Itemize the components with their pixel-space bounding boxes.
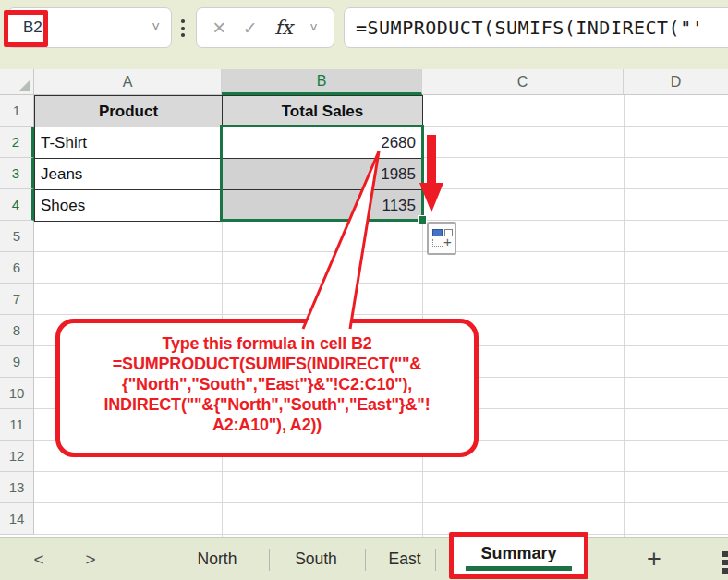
callout-line-3: {"North","South","East"}&"!C2:C10"), <box>60 374 474 394</box>
toolbar-separator-dots-icon <box>181 19 185 37</box>
enter-icon[interactable]: ✓ <box>243 19 258 37</box>
row-header-7[interactable]: 7 <box>0 284 34 315</box>
insert-function-icon[interactable]: fx <box>274 18 293 38</box>
row-header-3[interactable]: 3 <box>0 158 34 189</box>
autofill-icon-dotted-cell <box>432 239 443 247</box>
sheet-tab-north[interactable]: North <box>169 538 265 580</box>
row-header-6[interactable]: 6 <box>0 252 34 284</box>
add-sheet-button[interactable]: + <box>637 538 672 580</box>
row-header-14[interactable]: 14 <box>0 503 34 535</box>
red-highlight-summary-tab: Summary <box>449 532 588 579</box>
row-header-13[interactable]: 13 <box>0 472 34 503</box>
sheet-tab-summary[interactable]: Summary <box>454 538 584 569</box>
cell-a3[interactable]: Jeans <box>34 158 223 190</box>
fill-handle[interactable] <box>418 215 427 224</box>
formula-text[interactable]: =SUMPRODUCT(SUMIFS(INDIRECT("' <box>356 8 703 47</box>
callout-line-4: INDIRECT(""&{"North","South","East"}&"! <box>60 394 474 415</box>
select-all-button[interactable] <box>0 69 34 95</box>
tab-divider <box>435 549 436 571</box>
fx-chevron-icon[interactable]: ˅ <box>310 21 318 34</box>
prev-sheet-icon[interactable]: < <box>28 538 50 580</box>
column-header-d[interactable]: D <box>624 69 728 95</box>
sheet-tab-bar: < > North South East + <box>0 537 728 580</box>
cell-a4[interactable]: Shoes <box>34 189 223 222</box>
red-highlight-name-box <box>4 10 48 47</box>
sheet-list-menu-icon[interactable] <box>722 551 728 574</box>
tab-divider <box>269 549 270 571</box>
red-arrow-head <box>419 183 443 212</box>
autofill-icon-blue-cell <box>432 229 443 236</box>
row-header-4[interactable]: 4 <box>0 189 34 221</box>
callout-line-5: A2:A10"), A2)) <box>60 415 474 435</box>
cell-a1[interactable]: Product <box>34 95 223 127</box>
column-header-a[interactable]: A <box>34 69 222 95</box>
callout-line-2: =SUMPRODUCT(SUMIFS(INDIRECT(""& <box>60 354 474 374</box>
cancel-icon[interactable]: × <box>212 17 225 39</box>
callout-line-1: Type this formula in cell B2 <box>60 333 474 354</box>
row-header-1[interactable]: 1 <box>0 95 34 127</box>
column-header-c[interactable]: C <box>422 69 624 95</box>
row-header-11[interactable]: 11 <box>0 409 34 441</box>
next-sheet-icon[interactable]: > <box>79 538 102 580</box>
excel-window: B2 ˅ × ✓ fx ˅ =SUMPRODUCT(SUMIFS(INDIREC… <box>0 0 728 580</box>
formula-button-group: × ✓ fx ˅ <box>196 7 334 48</box>
row-header-5[interactable]: 5 <box>0 221 34 252</box>
callout-tail <box>297 148 390 331</box>
column-header-b[interactable]: B <box>222 69 422 95</box>
formula-bar[interactable]: =SUMPRODUCT(SUMIFS(INDIRECT("' <box>344 7 728 48</box>
row-header-9[interactable]: 9 <box>0 346 34 378</box>
sheet-tab-east[interactable]: East <box>370 538 440 580</box>
row-header-10[interactable]: 10 <box>0 378 34 409</box>
tab-divider <box>365 549 366 571</box>
active-tab-underline <box>466 566 572 571</box>
row-header-2[interactable]: 2 <box>0 127 34 158</box>
select-all-icon <box>18 79 30 91</box>
cell-b1[interactable]: Total Sales <box>222 95 423 127</box>
red-arrow-annotation <box>427 135 436 185</box>
cell-a2[interactable]: T-Shirt <box>34 127 223 159</box>
autofill-icon-plus: + <box>443 234 452 249</box>
autofill-options-button[interactable]: + <box>427 222 456 255</box>
formula-callout: Type this formula in cell B2 =SUMPRODUCT… <box>55 319 479 457</box>
row-header-12[interactable]: 12 <box>0 441 34 472</box>
row-header-8[interactable]: 8 <box>0 315 34 346</box>
formula-toolbar: B2 ˅ × ✓ fx ˅ =SUMPRODUCT(SUMIFS(INDIREC… <box>0 0 728 69</box>
name-box-chevron-icon[interactable]: ˅ <box>152 8 160 45</box>
sheet-tab-south[interactable]: South <box>271 538 361 580</box>
